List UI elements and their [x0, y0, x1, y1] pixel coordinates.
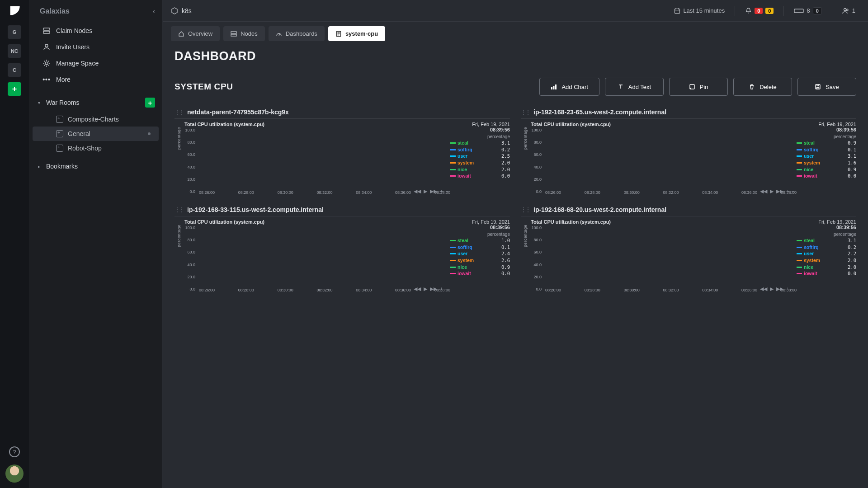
legend-swatch [797, 169, 802, 170]
plot-area[interactable]: Total CPU utilization (system.cpu)Fri, F… [531, 122, 797, 194]
delete-button[interactable]: Delete [733, 78, 792, 96]
time-range-picker[interactable]: Last 15 minutes [670, 7, 728, 14]
legend-swatch [797, 142, 802, 144]
add-chart-button[interactable]: Add Chart [539, 78, 599, 96]
plot-area[interactable]: Total CPU utilization (system.cpu)Fri, F… [184, 219, 450, 292]
pin-button[interactable]: Pin [669, 78, 728, 96]
legend-value: 2.0 [501, 166, 510, 173]
drag-handle-icon[interactable]: ⋮⋮ [521, 109, 530, 115]
chart-host: ip-192-168-33-115.us-west-2.compute.inte… [187, 206, 324, 213]
legend-value: 0.2 [501, 146, 510, 153]
chart-card: ⋮⋮ip-192-168-68-20.us-west-2.compute.int… [521, 203, 856, 294]
tab-overview[interactable]: Overview [171, 26, 220, 41]
alerts-critical-badge: 0 [755, 8, 763, 14]
legend: steal3.1softirq0.2user2.2system2.0nice2.… [797, 219, 856, 292]
space-badge[interactable]: C [8, 63, 21, 77]
nodes-tab-icon [231, 31, 237, 37]
tab-label: Overview [188, 30, 212, 37]
y-tick: 100.0 [184, 225, 197, 230]
legend-name: system [804, 160, 820, 166]
y-tick: 20.0 [184, 275, 197, 279]
legend-value: 0.1 [848, 146, 856, 153]
legend-value: 0.9 [848, 166, 856, 173]
y-tick: 80.0 [184, 140, 197, 145]
chart-host: netdata-parent-747955c87b-kcg9x [187, 108, 289, 116]
sidebar-item-more[interactable]: ••• More [29, 71, 162, 88]
tab-nodes[interactable]: Nodes [223, 26, 265, 41]
legend-row: steal3.1 [450, 140, 510, 146]
svg-rect-12 [553, 86, 555, 89]
sidebar-item-manage-space[interactable]: Manage Space [29, 55, 162, 71]
space-badge[interactable]: G [8, 25, 21, 39]
legend-value: 0.0 [848, 173, 856, 179]
nodes-indicator[interactable]: 8 0 [790, 7, 825, 14]
y-tick: 100.0 [531, 225, 543, 230]
chart-timestamp: Fri, Feb 19, 202108:39:56 [818, 219, 856, 230]
legend-row: user2.2 [797, 250, 856, 257]
legend-row: iowait0.0 [450, 173, 510, 179]
legend-row: softirq0.1 [797, 146, 856, 153]
legend-row: nice2.0 [797, 264, 856, 271]
legend-value: 2.5 [501, 153, 510, 160]
sidebar-item-claim-nodes[interactable]: Claim Nodes [29, 23, 162, 39]
sidebar-item-invite-users[interactable]: Invite Users [29, 39, 162, 55]
button-label: Add Text [628, 84, 651, 90]
tab-system-cpu[interactable]: system-cpu [328, 26, 385, 41]
nodes-icon [42, 27, 51, 35]
plot-area[interactable]: Total CPU utilization (system.cpu)Fri, F… [184, 122, 450, 194]
section-title: SYSTEM CPU [175, 82, 233, 92]
chart-card: ⋮⋮netdata-parent-747955c87b-kcg9xTotal C… [175, 106, 510, 196]
axis-unit: percentage [834, 134, 856, 139]
legend-name: nice [458, 264, 467, 271]
legend-name: iowait [804, 173, 817, 179]
avatar[interactable] [5, 465, 24, 483]
plot-area[interactable]: Total CPU utilization (system.cpu)Fri, F… [531, 219, 797, 292]
legend-value: 2.0 [848, 257, 856, 264]
help-icon[interactable]: ? [9, 446, 20, 457]
legend-swatch [450, 247, 456, 248]
space-badge[interactable]: NC [8, 44, 21, 58]
y-axis-label: percentage [177, 225, 181, 247]
users-indicator[interactable]: 1 [839, 7, 859, 14]
y-tick: 20.0 [531, 275, 543, 279]
nodes-count: 8 [807, 7, 810, 14]
legend-row: nice0.9 [450, 264, 510, 271]
legend-name: softirq [804, 146, 819, 153]
drag-handle-icon[interactable]: ⋮⋮ [175, 206, 184, 213]
tab-dashboards[interactable]: Dashboards [269, 26, 325, 41]
breadcrumb[interactable]: k8s [171, 7, 192, 14]
legend-value: 0.9 [501, 264, 510, 271]
add-space-button[interactable]: + [8, 82, 21, 96]
y-tick: 0.0 [531, 287, 543, 291]
sidebar-collapse-icon[interactable]: ‹ [153, 7, 155, 15]
warroom-item[interactable]: Robot-Shop [33, 141, 159, 155]
legend-row: system2.0 [450, 160, 510, 166]
legend-name: system [458, 160, 474, 166]
sidebar-section-warrooms[interactable]: ▾ War Rooms + [29, 93, 162, 112]
svg-rect-8 [231, 32, 236, 33]
svg-rect-1 [43, 31, 50, 33]
drag-handle-icon[interactable]: ⋮⋮ [521, 206, 530, 213]
chart-subtitle: Total CPU utilization (system.cpu) [184, 122, 450, 127]
svg-rect-15 [816, 84, 820, 89]
add-text-button[interactable]: Add Text [605, 78, 664, 96]
sidebar-section-bookmarks[interactable]: ▸ Bookmarks [29, 158, 162, 174]
save-button[interactable]: Save [797, 78, 856, 96]
legend-row: system1.6 [797, 160, 856, 166]
legend-value: 2.0 [848, 264, 856, 271]
legend-name: nice [458, 166, 467, 173]
gear-icon [42, 59, 51, 67]
y-axis-label: percentage [523, 127, 528, 150]
legend-row: iowait0.0 [450, 270, 510, 277]
warroom-item[interactable]: General [33, 127, 159, 141]
warroom-item[interactable]: Composite-Charts [33, 112, 159, 127]
y-tick: 100.0 [531, 128, 543, 132]
drag-handle-icon[interactable]: ⋮⋮ [175, 109, 184, 115]
app-logo-icon[interactable] [8, 5, 21, 17]
legend-row: steal0.9 [797, 140, 856, 146]
legend-swatch [797, 247, 802, 248]
add-warroom-button[interactable]: + [145, 98, 155, 108]
alerts-indicator[interactable]: 0 0 [741, 7, 777, 14]
legend-row: iowait0.0 [797, 173, 856, 179]
more-icon: ••• [42, 75, 51, 84]
